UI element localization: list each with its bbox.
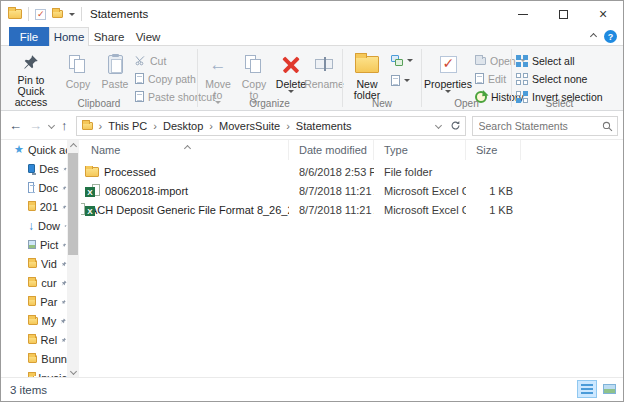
sidebar-item-label: Des: [39, 163, 59, 175]
sidebar-item-folder[interactable]: Rel: [1, 330, 67, 349]
caption-buttons: ×: [503, 1, 623, 27]
move-to-icon: ←: [210, 56, 227, 73]
button-label: Paste: [102, 79, 129, 90]
easy-access-icon: [391, 75, 400, 86]
details-view-button[interactable]: [577, 380, 597, 398]
column-header-date-modified[interactable]: Date modified: [289, 140, 374, 160]
qat-customize-chevron-icon[interactable]: [69, 13, 75, 16]
search-input[interactable]: [473, 117, 617, 135]
sidebar-item-folder[interactable]: Invoic: [1, 368, 67, 377]
tab-share[interactable]: Share: [89, 27, 129, 46]
breadcrumb-item-desktop[interactable]: Desktop: [163, 120, 203, 132]
edit-icon: [475, 73, 484, 84]
breadcrumb-item-statements[interactable]: Statements: [296, 120, 352, 132]
copy-path-button[interactable]: Copy path: [135, 70, 196, 87]
file-row[interactable]: Processed 8/6/2018 2:53 PM File folder: [81, 162, 623, 181]
edit-button[interactable]: Edit: [475, 70, 506, 87]
qat-new-folder-icon[interactable]: [52, 10, 63, 18]
copy-to-icon: [245, 55, 263, 73]
cut-button[interactable]: Cut: [135, 52, 166, 69]
sidebar-item-folder[interactable]: Vid: [1, 254, 67, 273]
main-area: ★ Quick ac Des Doc 201 ↓ Dow: [1, 140, 623, 377]
sidebar-item-desktop[interactable]: Des: [1, 159, 67, 178]
group-label-organize: Organize: [198, 98, 341, 109]
file-date: 8/7/2018 11:21 AM: [289, 185, 374, 197]
file-name: 08062018-import: [105, 185, 188, 197]
breadcrumb-item-this-pc[interactable]: This PC: [108, 120, 147, 132]
breadcrumb[interactable]: This PC Desktop MoversSuite Statements: [76, 116, 466, 136]
file-name: ACH Deposit Generic File Format 8_26_20.…: [90, 204, 289, 216]
file-row[interactable]: X 08062018-import 8/7/2018 11:21 AM Micr…: [81, 181, 623, 200]
breadcrumb-item-moverssuite[interactable]: MoversSuite: [219, 120, 280, 132]
minimize-icon: [518, 14, 528, 15]
sidebar-item-folder[interactable]: cur: [1, 273, 67, 292]
sidebar-item-label: Rel: [41, 334, 58, 346]
file-size: 1 KB: [466, 204, 521, 216]
button-label: Select all: [532, 55, 575, 67]
sidebar-item-downloads[interactable]: ↓ Dow: [1, 216, 67, 235]
file-date: 8/7/2018 11:21 AM: [289, 204, 374, 216]
close-button[interactable]: ×: [583, 1, 623, 27]
ribbon: Pin to Quick access Copy Paste Cut Copy …: [1, 46, 623, 111]
button-label: Copy path: [148, 73, 196, 85]
scrollbar-thumb[interactable]: [68, 153, 78, 255]
folder-icon: [28, 203, 36, 211]
tab-file[interactable]: File: [9, 27, 49, 46]
back-button[interactable]: ←: [9, 119, 22, 132]
ribbon-group-organize: ← Move to Copy to Delete Rename Organize: [198, 46, 341, 110]
view-toggles: [577, 380, 619, 398]
breadcrumb-separator-icon: [151, 120, 159, 132]
sidebar-item-pictures[interactable]: Pict: [1, 235, 67, 254]
sidebar-item-quick-access[interactable]: ★ Quick ac: [1, 140, 67, 159]
minimize-button[interactable]: [503, 1, 543, 27]
address-bar: ← → ↑ This PC Desktop MoversSuite Statem…: [1, 112, 623, 140]
delete-icon: [282, 55, 300, 73]
sidebar-item-documents[interactable]: Doc: [1, 178, 67, 197]
column-headers: Name Date modified Type Size: [81, 140, 623, 160]
refresh-icon[interactable]: [450, 120, 461, 131]
select-all-button[interactable]: Select all: [516, 52, 575, 69]
forward-button[interactable]: →: [29, 119, 42, 132]
minimize-ribbon-icon[interactable]: [590, 33, 597, 40]
scroll-down-icon[interactable]: [67, 365, 79, 377]
tab-home[interactable]: Home: [49, 27, 89, 46]
file-rows: Processed 8/6/2018 2:53 PM File folder X…: [81, 162, 623, 219]
button-label: Delete: [276, 79, 306, 90]
new-folder-icon: [355, 56, 379, 73]
excel-file-icon: X: [85, 184, 100, 197]
ribbon-group-open: Properties Open Edit History Open: [422, 46, 511, 110]
button-label: Cut: [150, 55, 166, 67]
pushpin-icon: [22, 53, 40, 71]
desktop-icon: [28, 164, 35, 173]
column-header-type[interactable]: Type: [374, 140, 466, 160]
scroll-up-icon[interactable]: [67, 140, 79, 152]
column-header-name[interactable]: Name: [81, 140, 289, 160]
group-label-clipboard: Clipboard: [1, 98, 197, 109]
column-header-size[interactable]: Size: [466, 140, 521, 160]
select-none-button[interactable]: Select none: [516, 70, 587, 87]
folder-icon: [28, 355, 37, 363]
up-button[interactable]: ↑: [61, 119, 68, 132]
new-item-button[interactable]: [391, 52, 413, 69]
maximize-button[interactable]: [543, 1, 583, 27]
sidebar-item-label: Bunn: [41, 353, 67, 365]
easy-access-button[interactable]: [391, 72, 410, 89]
sidebar-item-label: 201: [40, 201, 58, 213]
sidebar-scrollbar[interactable]: [67, 140, 79, 377]
dropdown-chevron-icon: [404, 79, 410, 82]
title-bar: Statements ×: [1, 1, 623, 27]
search-icon[interactable]: [602, 121, 613, 132]
sidebar-item-folder[interactable]: Par: [1, 292, 67, 311]
scissors-icon: [135, 55, 146, 66]
sidebar-item-folder[interactable]: My: [1, 311, 67, 330]
tab-view[interactable]: View: [129, 27, 167, 46]
sidebar-item-folder[interactable]: 201: [1, 197, 67, 216]
qat-properties-icon[interactable]: [35, 9, 46, 20]
recent-locations-chevron-icon[interactable]: [48, 122, 55, 129]
thumbnail-view-button[interactable]: [599, 380, 619, 398]
sidebar-item-folder[interactable]: Bunn: [1, 349, 67, 368]
group-label-select: Select: [512, 98, 607, 109]
help-icon[interactable]: ?: [604, 30, 617, 43]
address-dropdown-chevron-icon[interactable]: [434, 122, 441, 129]
file-row[interactable]: X ACH Deposit Generic File Format 8_26_2…: [81, 200, 623, 219]
